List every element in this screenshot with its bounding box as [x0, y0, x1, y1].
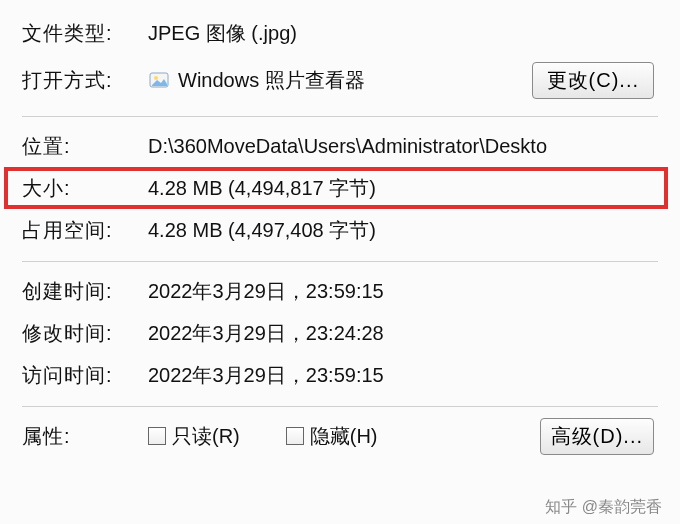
svg-point-1 — [154, 76, 158, 80]
size-on-disk-label: 占用空间: — [22, 217, 148, 244]
modified-label: 修改时间: — [22, 320, 148, 347]
accessed-label: 访问时间: — [22, 362, 148, 389]
modified-row: 修改时间: 2022年3月29日，23:24:28 — [22, 312, 658, 354]
accessed-row: 访问时间: 2022年3月29日，23:59:15 — [22, 354, 658, 396]
size-on-disk-value: 4.28 MB (4,497,408 字节) — [148, 217, 658, 244]
divider — [22, 116, 658, 117]
open-with-row: 打开方式: Windows 照片查看器 更改(C)... — [22, 54, 658, 106]
divider — [22, 261, 658, 262]
size-on-disk-row: 占用空间: 4.28 MB (4,497,408 字节) — [22, 209, 658, 251]
accessed-value: 2022年3月29日，23:59:15 — [148, 362, 658, 389]
created-label: 创建时间: — [22, 278, 148, 305]
readonly-label: 只读(R) — [172, 423, 240, 450]
modified-value: 2022年3月29日，23:24:28 — [148, 320, 658, 347]
divider — [22, 406, 658, 407]
location-value: D:\360MoveData\Users\Administrator\Deskt… — [148, 135, 658, 158]
size-row: 大小: 4.28 MB (4,494,817 字节) — [4, 167, 668, 209]
file-type-row: 文件类型: JPEG 图像 (.jpg) — [22, 12, 658, 54]
size-label: 大小: — [22, 175, 148, 202]
change-button[interactable]: 更改(C)... — [532, 62, 654, 99]
readonly-checkbox[interactable]: 只读(R) — [148, 423, 240, 450]
created-value: 2022年3月29日，23:59:15 — [148, 278, 658, 305]
file-type-label: 文件类型: — [22, 20, 148, 47]
photo-viewer-icon — [148, 69, 170, 91]
location-row: 位置: D:\360MoveData\Users\Administrator\D… — [22, 125, 658, 167]
location-label: 位置: — [22, 133, 148, 160]
attributes-label: 属性: — [22, 423, 148, 450]
checkbox-box-icon — [148, 427, 166, 445]
checkbox-box-icon — [286, 427, 304, 445]
size-value: 4.28 MB (4,494,817 字节) — [148, 175, 658, 202]
file-type-value: JPEG 图像 (.jpg) — [148, 20, 658, 47]
open-with-value: Windows 照片查看器 — [178, 67, 365, 94]
open-with-label: 打开方式: — [22, 67, 148, 94]
created-row: 创建时间: 2022年3月29日，23:59:15 — [22, 270, 658, 312]
advanced-button[interactable]: 高级(D)... — [540, 418, 654, 455]
attributes-row: 属性: 只读(R) 隐藏(H) 高级(D)... — [22, 415, 658, 457]
hidden-checkbox[interactable]: 隐藏(H) — [286, 423, 378, 450]
hidden-label: 隐藏(H) — [310, 423, 378, 450]
watermark: 知乎 @秦韵莞香 — [545, 497, 662, 518]
